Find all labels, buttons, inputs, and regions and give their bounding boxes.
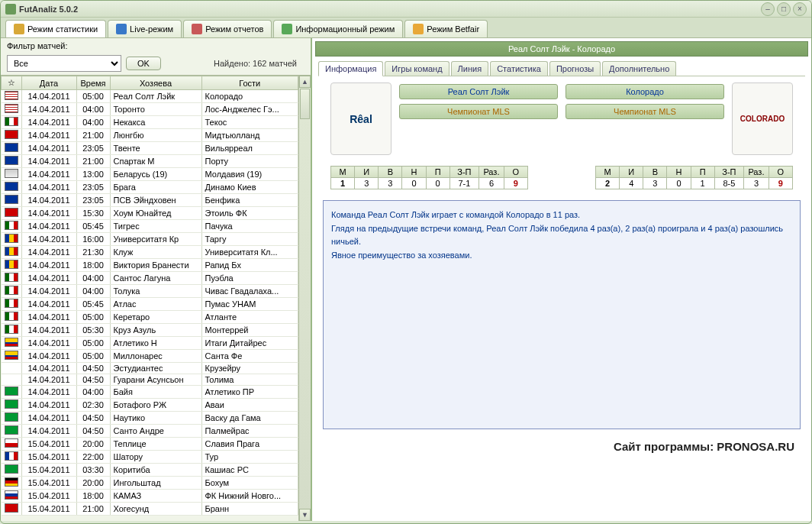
maximize-button[interactable]: □ — [777, 2, 791, 16]
table-row[interactable]: 14.04.201104:00ТоронтоЛос-Анджелес Гэ... — [2, 103, 298, 116]
table-row[interactable]: 14.04.201123:05БрагаДинамо Киев — [2, 181, 298, 194]
flag-icon — [5, 117, 18, 126]
table-row[interactable]: 14.04.201104:00БайяАтлетико ПР — [2, 386, 298, 399]
info-tab-4[interactable]: Прогнозы — [549, 61, 601, 76]
table-row[interactable]: 15.04.201103:30КоритибаКашиас РС — [2, 464, 298, 477]
col-host[interactable]: Хозяева — [110, 76, 201, 90]
team2-name-button[interactable]: Колорадо — [566, 84, 724, 99]
flag-icon — [5, 143, 18, 152]
col-date[interactable]: Дата — [21, 76, 76, 90]
table-row[interactable]: 14.04.201121:00ЛюнгбюМидтьюлланд — [2, 129, 298, 142]
flag-icon — [5, 182, 18, 191]
table-row[interactable]: 14.04.201105:45ТигресПачука — [2, 220, 298, 233]
found-label: Найдено: 162 матчей — [214, 59, 304, 68]
info-tab-3[interactable]: Статистика — [490, 61, 548, 76]
table-row[interactable]: 14.04.201104:50Гуарани АсунсьонТолима — [2, 374, 298, 386]
scroll-thumb[interactable] — [300, 89, 310, 119]
table-row[interactable]: 14.04.201123:05ПСВ ЭйндховенБенфика — [2, 194, 298, 207]
table-row[interactable]: 14.04.201102:30Ботафого РЖАваи — [2, 399, 298, 412]
tab-label: Информационный режим — [295, 24, 395, 34]
flag-icon — [5, 490, 18, 500]
scroll-down-icon[interactable]: ▼ — [299, 509, 311, 521]
table-row[interactable]: 15.04.201120:00ИнгольштадБохум — [2, 477, 298, 490]
team2-champ-button[interactable]: Чемпионат MLS — [566, 104, 724, 119]
table-row[interactable]: 14.04.201104:00НекаксаТекос — [2, 116, 298, 129]
app-icon — [5, 4, 16, 15]
flag-icon — [5, 247, 18, 256]
left-panel: Фильтр матчей: Все OK Найдено: 162 матче… — [1, 38, 312, 521]
team1-name-button[interactable]: Реал Солт Лэйк — [399, 84, 558, 99]
col-guest[interactable]: Гости — [201, 76, 298, 90]
main-tab-3[interactable]: Информационный режим — [273, 20, 403, 37]
tab-icon — [192, 24, 202, 34]
flag-icon — [5, 299, 18, 308]
tab-icon — [116, 24, 127, 34]
table-row[interactable]: 14.04.201104:00ТолукаЧивас Гвадалаха... — [2, 285, 298, 298]
table-row[interactable]: 14.04.201123:05ТвентеВильярреал — [2, 142, 298, 155]
close-button[interactable]: × — [793, 2, 807, 16]
info-tab-0[interactable]: Информация — [318, 61, 383, 76]
table-row[interactable]: 14.04.201104:00Сантос ЛагунаПуэбла — [2, 272, 298, 285]
info-tab-5[interactable]: Дополнительно — [602, 61, 676, 76]
table-row[interactable]: 14.04.201121:00Спартак МПорту — [2, 155, 298, 168]
filter-label: Фильтр матчей: — [7, 41, 68, 50]
tab-label: Live-режим — [130, 24, 173, 34]
flag-icon — [5, 503, 18, 513]
scrollbar[interactable]: ▲ ▼ — [298, 76, 311, 521]
stats-table-1: МИВНПЗ-ПРаз.О133007-169 — [330, 166, 528, 189]
info-tab-1[interactable]: Игры команд — [385, 61, 449, 76]
main-tab-1[interactable]: Live-режим — [108, 20, 182, 37]
flag-icon — [5, 387, 18, 396]
flag-icon — [5, 104, 18, 113]
table-row[interactable]: 14.04.201105:00Реал Солт ЛэйкКолорадо — [2, 90, 298, 103]
flag-icon — [5, 351, 18, 360]
team2-logo: COLORADO — [732, 82, 793, 155]
filter-select[interactable]: Все — [7, 55, 121, 72]
table-row[interactable]: 14.04.201104:50ЭстудиантесКрузейру — [2, 363, 298, 374]
flag-icon — [5, 451, 18, 461]
tab-icon — [14, 24, 24, 34]
table-row[interactable]: 14.04.201105:45АтласПумас УНАМ — [2, 298, 298, 311]
flag-icon — [5, 338, 18, 347]
info-tab-2[interactable]: Линия — [451, 61, 489, 76]
col-time[interactable]: Время — [76, 76, 110, 90]
main-tab-2[interactable]: Режим отчетов — [183, 20, 272, 37]
flag-icon — [5, 312, 18, 321]
right-panel: Реал Солт Лэйк - Колорадо ИнформацияИгры… — [312, 38, 811, 521]
main-tabs: Режим статистикиLive-режимРежим отчетовИ… — [1, 18, 811, 38]
table-row[interactable]: 14.04.201105:00КеретароАтланте — [2, 311, 298, 324]
table-row[interactable]: 14.04.201104:50НаутикоВаску да Гама — [2, 412, 298, 425]
table-row[interactable]: 14.04.201105:30Круз АзульМонтеррей — [2, 324, 298, 337]
ok-button[interactable]: OK — [126, 57, 161, 70]
table-row[interactable]: 15.04.201122:00ШаторуТур — [2, 451, 298, 464]
info-tabs: ИнформацияИгры командЛинияСтатистикаПрог… — [318, 61, 805, 76]
flag-icon — [5, 91, 18, 100]
match-title: Реал Солт Лэйк - Колорадо — [315, 41, 808, 57]
table-row[interactable]: 15.04.201118:00КАМАЗФК Нижний Новго... — [2, 490, 298, 503]
stats-table-2: МИВНПЗ-ПРаз.О243018-539 — [595, 166, 793, 189]
table-row[interactable]: 15.04.201121:00ХогесундБранн — [2, 503, 298, 516]
table-row[interactable]: 15.04.201120:00ТеплицеСлавия Прага — [2, 438, 298, 451]
flag-icon — [5, 425, 18, 435]
tab-icon — [282, 24, 292, 34]
table-row[interactable]: 14.04.201105:00Атлетико НИтаги Дитайрес — [2, 337, 298, 350]
table-row[interactable]: 14.04.201115:30Хоум ЮнайтедЭтоиль ФК — [2, 207, 298, 220]
team1-champ-button[interactable]: Чемпионат MLS — [399, 104, 558, 119]
tab-label: Режим отчетов — [205, 24, 263, 34]
table-row[interactable]: 14.04.201121:30КлужУниверситатя Кл... — [2, 246, 298, 259]
flag-icon — [5, 399, 18, 409]
table-row[interactable]: 14.04.201116:00Университатя КрТаргу — [2, 233, 298, 246]
minimize-button[interactable]: – — [761, 2, 775, 16]
table-row[interactable]: 14.04.201118:00Виктория БранестиРапид Бх — [2, 259, 298, 272]
scroll-up-icon[interactable]: ▲ — [299, 76, 311, 88]
flag-icon — [5, 464, 18, 474]
main-tab-4[interactable]: Режим Betfair — [404, 20, 488, 37]
table-row[interactable]: 14.04.201104:50Санто АндреПалмейрас — [2, 425, 298, 438]
table-row[interactable]: 14.04.201105:00МиллонаресСанта Фе — [2, 350, 298, 363]
main-tab-0[interactable]: Режим статистики — [5, 20, 106, 37]
match-grid[interactable]: ☆ Дата Время Хозяева Гости 14.04.201105:… — [1, 76, 298, 521]
col-star[interactable]: ☆ — [2, 76, 22, 90]
flag-icon — [5, 208, 18, 217]
flag-icon — [5, 412, 18, 422]
table-row[interactable]: 14.04.201113:00Беларусь (19)Молдавия (19… — [2, 168, 298, 181]
